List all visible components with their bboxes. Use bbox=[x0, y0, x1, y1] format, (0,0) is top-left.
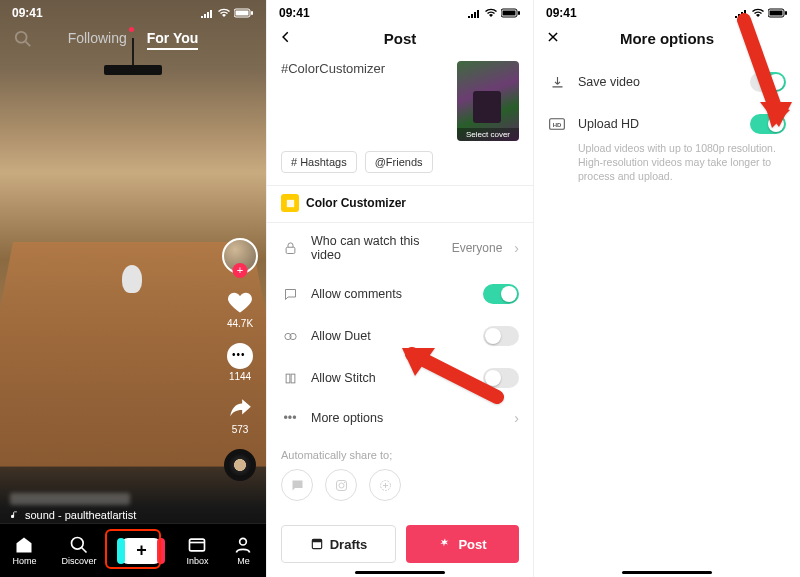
share-other-icon[interactable] bbox=[369, 469, 401, 501]
svg-line-6 bbox=[81, 548, 86, 553]
bottom-actions: Drafts Post bbox=[267, 525, 533, 563]
svg-rect-12 bbox=[286, 199, 293, 206]
chevron-right-icon: › bbox=[514, 410, 519, 426]
hashtags-pill[interactable]: # Hashtags bbox=[281, 151, 357, 173]
post-screen: 09:41 Post #ColorCustomizer Select cover… bbox=[267, 0, 534, 577]
privacy-row[interactable]: Who can watch this video Everyone › bbox=[267, 223, 533, 273]
friends-pill[interactable]: @Friends bbox=[365, 151, 433, 173]
status-time: 09:41 bbox=[546, 6, 577, 20]
music-title: sound - paultheatlartist bbox=[25, 509, 136, 521]
share-label: Automatically share to; bbox=[281, 449, 519, 461]
comment-count: 1144 bbox=[229, 371, 251, 382]
nav-home[interactable]: Home bbox=[12, 535, 36, 566]
caption-area: sound - paultheatlartist bbox=[10, 493, 136, 521]
stitch-row: Allow Stitch bbox=[267, 357, 533, 399]
lock-icon bbox=[281, 241, 299, 256]
author-avatar[interactable]: + bbox=[222, 238, 258, 274]
auto-share-section: Automatically share to; bbox=[267, 437, 533, 507]
back-button[interactable] bbox=[279, 30, 293, 48]
header: Post bbox=[267, 22, 533, 61]
status-icons bbox=[200, 8, 254, 18]
more-label: More options bbox=[311, 411, 502, 425]
follow-plus-icon[interactable]: + bbox=[233, 263, 248, 278]
topic-icon bbox=[281, 194, 299, 212]
svg-rect-17 bbox=[291, 374, 295, 383]
more-options-row[interactable]: ••• More options › bbox=[267, 399, 533, 437]
svg-rect-13 bbox=[286, 247, 295, 253]
upload-hd-toggle[interactable] bbox=[750, 114, 786, 134]
like-count: 44.7K bbox=[227, 318, 253, 329]
vase-graphic bbox=[122, 265, 142, 293]
svg-rect-23 bbox=[312, 539, 321, 542]
cover-label: Select cover bbox=[457, 128, 519, 141]
nav-discover[interactable]: Discover bbox=[61, 535, 96, 566]
status-time: 09:41 bbox=[279, 6, 310, 20]
cover-graphic bbox=[473, 91, 501, 123]
page-title: More options bbox=[620, 30, 714, 47]
svg-rect-11 bbox=[518, 11, 520, 15]
tab-following[interactable]: Following bbox=[68, 30, 127, 50]
sound-disc[interactable] bbox=[224, 449, 256, 481]
tab-for-you[interactable]: For You bbox=[147, 30, 199, 50]
stitch-icon bbox=[281, 371, 299, 386]
svg-rect-16 bbox=[286, 374, 290, 383]
more-icon: ••• bbox=[281, 411, 299, 425]
comments-toggle[interactable] bbox=[483, 284, 519, 304]
bottom-nav: Home Discover + Inbox Me bbox=[0, 523, 266, 577]
duet-icon bbox=[281, 329, 299, 344]
close-button[interactable] bbox=[546, 30, 560, 48]
comments-label: Allow comments bbox=[311, 287, 471, 301]
share-message-icon[interactable] bbox=[281, 469, 313, 501]
svg-rect-26 bbox=[785, 11, 787, 15]
drafts-button[interactable]: Drafts bbox=[281, 525, 396, 563]
save-toggle[interactable] bbox=[750, 72, 786, 92]
status-icons bbox=[734, 8, 788, 18]
chevron-right-icon: › bbox=[514, 240, 519, 256]
comment-button[interactable]: 1144 bbox=[227, 343, 253, 382]
more-options-screen: 09:41 More options Save video HD Upload … bbox=[534, 0, 800, 577]
right-rail: + 44.7K 1144 573 bbox=[222, 238, 258, 481]
status-bar: 09:41 bbox=[534, 0, 800, 22]
share-button[interactable]: 573 bbox=[227, 396, 253, 435]
privacy-label: Who can watch this video bbox=[311, 234, 440, 262]
stitch-label: Allow Stitch bbox=[311, 371, 471, 385]
svg-text:HD: HD bbox=[553, 122, 562, 128]
upload-hd-row: HD Upload HD bbox=[534, 103, 800, 145]
nav-me[interactable]: Me bbox=[233, 535, 253, 566]
feed-screen: 09:41 Following For You + 44.7K 1144 bbox=[0, 0, 267, 577]
post-button[interactable]: Post bbox=[406, 525, 519, 563]
privacy-value: Everyone bbox=[452, 241, 503, 255]
status-bar: 09:41 bbox=[267, 0, 533, 22]
comment-icon bbox=[281, 287, 299, 302]
nav-inbox[interactable]: Inbox bbox=[186, 535, 208, 566]
duet-label: Allow Duet bbox=[311, 329, 471, 343]
header: More options bbox=[534, 22, 800, 61]
svg-point-20 bbox=[344, 481, 345, 482]
svg-point-8 bbox=[240, 538, 247, 545]
cover-select[interactable]: Select cover bbox=[457, 61, 519, 141]
topic-tag-row[interactable]: Color Customizer bbox=[267, 185, 533, 223]
share-count: 573 bbox=[232, 424, 249, 435]
create-button[interactable]: + bbox=[121, 538, 161, 564]
page-title: Post bbox=[384, 30, 417, 47]
svg-rect-25 bbox=[770, 11, 783, 16]
upload-hd-description: Upload videos with up to 1080p resolutio… bbox=[534, 141, 800, 184]
svg-point-5 bbox=[71, 538, 83, 550]
like-button[interactable]: 44.7K bbox=[226, 288, 254, 329]
svg-rect-7 bbox=[190, 539, 205, 551]
stitch-toggle[interactable] bbox=[483, 368, 519, 388]
home-indicator bbox=[622, 571, 712, 574]
status-time: 09:41 bbox=[12, 6, 43, 20]
svg-rect-10 bbox=[503, 11, 516, 16]
duet-toggle[interactable] bbox=[483, 326, 519, 346]
comment-icon bbox=[227, 343, 253, 369]
comments-row: Allow comments bbox=[267, 273, 533, 315]
hd-icon: HD bbox=[548, 118, 566, 130]
nav-create[interactable]: + bbox=[121, 538, 161, 564]
download-icon bbox=[548, 75, 566, 90]
music-row[interactable]: sound - paultheatlartist bbox=[10, 509, 136, 521]
caption-input[interactable]: #ColorCustomizer bbox=[281, 61, 447, 141]
svg-rect-1 bbox=[236, 11, 249, 16]
share-instagram-icon[interactable] bbox=[325, 469, 357, 501]
duet-row: Allow Duet bbox=[267, 315, 533, 357]
